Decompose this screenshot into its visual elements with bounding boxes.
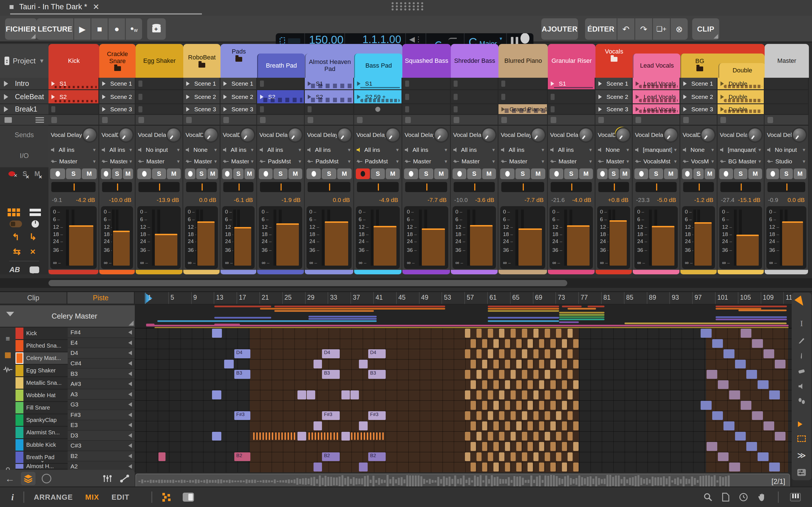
volume-fader[interactable]: [737, 235, 759, 266]
close-icon[interactable]: ✕: [93, 2, 99, 11]
midi-note[interactable]: [482, 462, 488, 471]
midi-note[interactable]: [534, 432, 539, 441]
clip-slot[interactable]: S2: [305, 90, 354, 104]
pan-control[interactable]: [99, 180, 135, 194]
midi-note[interactable]: [534, 411, 539, 420]
arm-button[interactable]: [306, 168, 321, 179]
midi-note[interactable]: [556, 452, 561, 461]
fade-in-icon[interactable]: [448, 38, 457, 42]
output-select[interactable]: Master▾: [596, 156, 632, 167]
midi-note[interactable]: [465, 452, 470, 461]
search-icon[interactable]: [703, 493, 712, 502]
drum-tick-note[interactable]: [318, 432, 319, 440]
midi-note[interactable]: [534, 452, 539, 461]
tab-clip[interactable]: Clip: [0, 292, 67, 304]
solo-button[interactable]: S: [66, 168, 81, 179]
hand-icon[interactable]: [758, 493, 767, 502]
midi-note[interactable]: [527, 442, 533, 451]
track-header[interactable]: Almost Heaven Pad: [305, 54, 354, 78]
level-readout[interactable]: 0.0 dB: [183, 194, 220, 206]
midi-note[interactable]: [556, 432, 561, 441]
drum-tick-note[interactable]: [262, 432, 264, 440]
midi-note[interactable]: [527, 339, 533, 348]
midi-note[interactable]: [550, 421, 556, 431]
clip-slot[interactable]: [451, 90, 499, 104]
send-slot[interactable]: Vocal Delay: [305, 126, 353, 144]
midi-note[interactable]: [539, 380, 545, 389]
midi-note[interactable]: [465, 349, 470, 358]
lane-item[interactable]: Bubble Kick: [15, 439, 68, 452]
meter-fader[interactable]: 0612182436∞: [306, 206, 352, 269]
stop-all-icon[interactable]: [4, 117, 12, 123]
mute-button[interactable]: M: [245, 168, 255, 179]
input-select[interactable]: All ins▾: [220, 144, 256, 156]
midi-note[interactable]: [313, 462, 322, 471]
level-readout[interactable]: -27.4-15.1 dB: [718, 194, 764, 206]
output-select[interactable]: Master▾: [548, 156, 595, 167]
level-readout[interactable]: -7.7 dB: [499, 194, 547, 206]
mute-button[interactable]: M: [794, 168, 806, 179]
volume-fader[interactable]: [373, 226, 396, 266]
lane-item[interactable]: Egg Shaker: [15, 365, 68, 377]
track-stop-button[interactable]: [633, 115, 680, 126]
midi-note[interactable]: [550, 339, 556, 348]
mute-button[interactable]: M: [289, 168, 302, 179]
clip-menu-button[interactable]: CLIP: [692, 18, 719, 40]
scene-item[interactable]: Intro: [0, 78, 49, 90]
clip-play-icon[interactable]: [186, 95, 192, 99]
clip-slot[interactable]: Double: [718, 104, 765, 115]
key-row[interactable]: D3: [68, 431, 135, 441]
track-stop-button[interactable]: [596, 115, 633, 126]
drum-tick-note[interactable]: [282, 432, 283, 440]
notes-bubble-icon[interactable]: [30, 267, 39, 273]
clip-slot[interactable]: [765, 104, 809, 115]
midi-note[interactable]: [573, 339, 578, 348]
midi-note[interactable]: [567, 390, 573, 399]
output-select[interactable]: Master▾: [402, 156, 450, 167]
clip-slot[interactable]: Scene 3: [99, 104, 136, 115]
undo-button[interactable]: ↶: [617, 18, 635, 40]
clear-solo-icon[interactable]: S: [22, 170, 27, 178]
clip-play-icon[interactable]: [102, 107, 108, 112]
midi-note[interactable]: B3: [368, 370, 386, 379]
midi-note[interactable]: [775, 360, 785, 369]
midi-note[interactable]: [556, 329, 561, 338]
meter-fader[interactable]: 0612182436∞: [356, 206, 400, 269]
midi-note[interactable]: [350, 390, 359, 399]
midi-note[interactable]: [488, 432, 493, 441]
drum-tick-note[interactable]: [278, 432, 280, 440]
midi-note[interactable]: [534, 390, 539, 399]
midi-note[interactable]: [470, 339, 476, 348]
key-row[interactable]: D4: [68, 348, 135, 358]
midi-note[interactable]: [482, 380, 488, 389]
midi-note[interactable]: [212, 390, 221, 399]
pan-control[interactable]: [257, 180, 304, 194]
clip-slot[interactable]: Lead Vocals: [633, 78, 680, 90]
scene-item[interactable]: CeleBeat: [0, 90, 49, 104]
send-knob[interactable]: [386, 128, 399, 142]
track-stop-button[interactable]: [680, 115, 718, 126]
midi-note[interactable]: D4: [322, 349, 340, 358]
midi-note[interactable]: [511, 390, 516, 399]
stop-all-row[interactable]: [0, 115, 49, 126]
crossfade-icon[interactable]: ⇆: [13, 246, 20, 257]
track-header[interactable]: Master: [765, 44, 809, 78]
clip-slot[interactable]: [548, 104, 596, 115]
drum-tick-note[interactable]: [321, 432, 322, 440]
midi-note[interactable]: [342, 432, 350, 441]
clear-mute-icon[interactable]: M: [35, 170, 40, 178]
arm-button[interactable]: [137, 168, 151, 179]
send-knob[interactable]: [435, 128, 448, 142]
midi-note[interactable]: [573, 462, 578, 471]
device-toggle-icon[interactable]: [10, 221, 22, 227]
midi-note[interactable]: [224, 360, 234, 369]
midi-note[interactable]: [556, 390, 561, 399]
volume-fader[interactable]: [782, 221, 803, 266]
clip-slot[interactable]: Lead Vocals: [633, 90, 680, 104]
track-stop-button[interactable]: [402, 115, 451, 126]
output-select[interactable]: Master▾: [499, 156, 547, 167]
volume-fader[interactable]: [567, 225, 590, 266]
midi-note[interactable]: [476, 370, 482, 379]
midi-note[interactable]: [313, 421, 322, 431]
input-select[interactable]: None▾: [596, 144, 632, 156]
